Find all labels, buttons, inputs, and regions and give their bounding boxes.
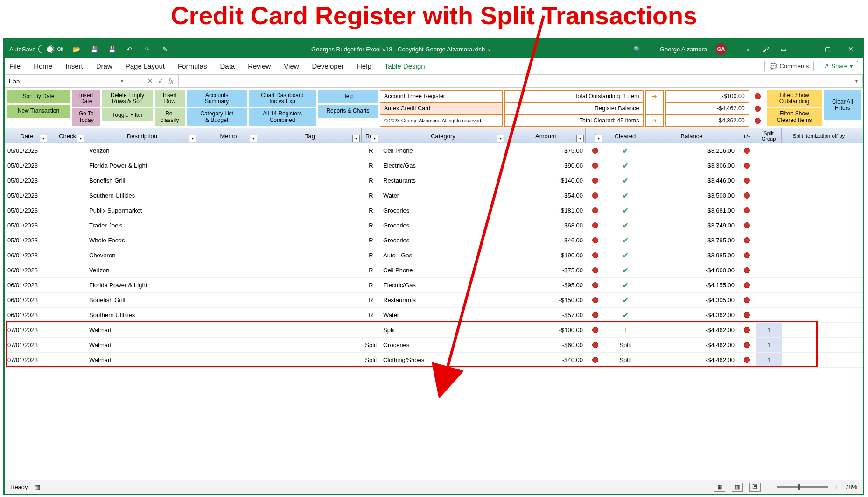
zoom-out-button[interactable]: −: [767, 483, 771, 490]
delete-empty-button[interactable]: Delete Empty Rows & Sort: [102, 90, 153, 107]
col-date[interactable]: Date▾: [5, 128, 49, 143]
share-button[interactable]: ↗ Share ▾: [819, 61, 858, 71]
accessibility-icon[interactable]: ▦: [35, 483, 40, 490]
excel-window: AutoSave Off 📂 💾 💾 ↶ ↷ ✎ Georges Budget …: [3, 38, 864, 495]
table-row[interactable]: 05/01/2023Publix SupermarketRGroceries-$…: [5, 203, 863, 218]
table-row[interactable]: 05/01/2023Trader Joe'sRGroceries-$68.00✔…: [5, 218, 863, 233]
col-check[interactable]: Check▾: [49, 128, 86, 143]
accounts-summary-button[interactable]: Accounts Summary: [187, 90, 247, 107]
table-row[interactable]: 06/01/2023Florida Power & LightRElectric…: [5, 278, 863, 293]
tab-developer[interactable]: Developer: [312, 62, 344, 70]
minimize-button[interactable]: —: [797, 45, 812, 53]
table-row[interactable]: 05/01/2023Whole FoodsRGroceries-$46.00✔-…: [5, 233, 863, 248]
tab-insert[interactable]: Insert: [65, 62, 83, 70]
autosave-toggle[interactable]: AutoSave Off: [9, 45, 63, 53]
open-icon[interactable]: 📂: [72, 44, 81, 54]
toggle-filter-button[interactable]: Toggle Filter: [102, 108, 153, 121]
col-rec[interactable]: Rec▾: [362, 128, 380, 143]
zoom-in-button[interactable]: +: [835, 483, 839, 490]
insert-row-button[interactable]: Insert Row: [155, 90, 185, 107]
undo-icon[interactable]: ↶: [125, 44, 134, 54]
clear-filters-button[interactable]: Clear All Filters: [824, 90, 861, 120]
tab-help[interactable]: Help: [357, 62, 371, 70]
table-row[interactable]: 07/01/2023WalmartSplitClothing/Shoes-$40…: [5, 353, 863, 368]
cell-rec: R: [362, 203, 380, 218]
diamond-icon[interactable]: ⬨: [743, 44, 753, 54]
touch-icon[interactable]: ✎: [161, 44, 170, 54]
brush-icon[interactable]: 🖌: [761, 44, 770, 54]
insert-date-button[interactable]: Insert Date: [72, 90, 100, 107]
tab-draw[interactable]: Draw: [96, 62, 112, 70]
redo-icon[interactable]: ↷: [143, 44, 152, 54]
fx-icon[interactable]: fx: [168, 78, 174, 85]
formula-input[interactable]: ▼: [179, 74, 863, 88]
category-list-button[interactable]: Category List & Budget: [187, 108, 247, 125]
confirm-icon[interactable]: ✓: [158, 77, 164, 85]
tab-data[interactable]: Data: [220, 62, 235, 70]
page-layout-button[interactable]: ▥: [732, 483, 743, 492]
page-break-button[interactable]: 凹: [749, 483, 761, 492]
register-balance-label: Register Balance: [504, 102, 644, 114]
close-button[interactable]: ✕: [843, 45, 858, 53]
col-pm2[interactable]: +/-: [737, 128, 756, 143]
table-row[interactable]: 06/01/2023CheveronRAuto - Gas-$190.00✔-$…: [5, 248, 863, 263]
col-split-group[interactable]: Split Group: [756, 128, 782, 143]
col-split-itemization[interactable]: Split itemization off by: [782, 128, 856, 143]
table-row[interactable]: 06/01/2023Bonefish GrillRRestaurants-$15…: [5, 293, 863, 308]
table-row[interactable]: 05/01/2023VerizonRCell Phone-$75.00✔-$3,…: [5, 143, 863, 158]
col-cleared[interactable]: Cleared: [604, 128, 646, 143]
name-box[interactable]: E55 ▼: [5, 74, 128, 88]
save-icon[interactable]: 💾: [90, 44, 99, 54]
cell-date: 05/01/2023: [5, 173, 49, 188]
tab-home[interactable]: Home: [34, 62, 52, 70]
red-dot-icon: [744, 312, 750, 318]
table-row[interactable]: 07/01/2023WalmartSplit-$100.00!-$4,462.0…: [5, 323, 863, 338]
reclassify-button[interactable]: Re- classify: [155, 108, 185, 125]
cell-date: 06/01/2023: [5, 263, 49, 277]
table-row[interactable]: 06/01/2023Southern UtilitiesRWater-$57.0…: [5, 308, 863, 323]
tab-review[interactable]: Review: [248, 62, 271, 70]
col-amount[interactable]: Amount▾: [506, 128, 586, 143]
user-avatar[interactable]: GA: [715, 43, 727, 55]
help-button[interactable]: Help: [318, 90, 378, 103]
cell-balance: -$4,462.00: [646, 323, 737, 337]
zoom-level[interactable]: 78%: [845, 483, 857, 490]
table-row[interactable]: 05/01/2023Southern UtilitiesRWater-$54.0…: [5, 188, 863, 203]
tab-file[interactable]: File: [9, 62, 21, 70]
filter-cleared-button[interactable]: Filter: Show Cleared Items: [767, 108, 822, 125]
reports-charts-button[interactable]: Reports & Charts: [318, 105, 378, 118]
all-registers-button[interactable]: All 14 Registers Combined: [249, 108, 316, 125]
tab-formulas[interactable]: Formulas: [178, 62, 207, 70]
col-tag[interactable]: Tag▾: [259, 128, 362, 143]
cancel-icon[interactable]: ✕: [147, 77, 153, 85]
tab-table-design[interactable]: Table Design: [385, 62, 425, 70]
new-transaction-button[interactable]: New Transaction: [7, 105, 70, 118]
col-memo[interactable]: Memo▾: [198, 128, 259, 143]
cell-cleared: ✔: [604, 158, 646, 173]
table-row[interactable]: 07/01/2023WalmartSplitGroceries-$60.00Sp…: [5, 338, 863, 353]
comments-button[interactable]: 💬 Comments: [764, 61, 814, 71]
filter-outstanding-button[interactable]: Filter: Show Outstanding: [767, 90, 822, 107]
save-as-icon[interactable]: 💾: [107, 44, 117, 54]
cell-amount: -$150.00: [506, 293, 586, 307]
table-row[interactable]: 05/01/2023Florida Power & LightRElectric…: [5, 158, 863, 173]
cell-balance: -$3,681.00: [646, 203, 737, 218]
col-category[interactable]: Category▾: [380, 128, 506, 143]
col-description[interactable]: Description▾: [86, 128, 198, 143]
col-pm1[interactable]: +/-▾: [586, 128, 604, 143]
chart-dashboard-button[interactable]: Chart Dashboard Inc vs Exp: [249, 90, 316, 107]
goto-today-button[interactable]: Go To Today: [72, 108, 100, 125]
sort-by-date-button[interactable]: Sort By Date: [7, 90, 70, 103]
cell-cleared: ✔: [604, 143, 646, 158]
tab-view[interactable]: View: [284, 62, 299, 70]
normal-view-button[interactable]: ▦: [714, 483, 725, 492]
table-row[interactable]: 06/01/2023VerizonRCell Phone-$75.00✔-$4,…: [5, 263, 863, 278]
table-row[interactable]: 05/01/2023Bonefish GrillRRestaurants-$14…: [5, 173, 863, 188]
search-icon[interactable]: 🔍: [633, 44, 642, 54]
tab-page-layout[interactable]: Page Layout: [126, 62, 165, 70]
zoom-slider[interactable]: [777, 486, 828, 488]
ribbon-mode-icon[interactable]: ▭: [779, 44, 788, 54]
col-balance[interactable]: Balance: [646, 128, 737, 143]
cell-category: Cell Phone: [380, 143, 506, 158]
maximize-button[interactable]: ▢: [820, 45, 835, 53]
